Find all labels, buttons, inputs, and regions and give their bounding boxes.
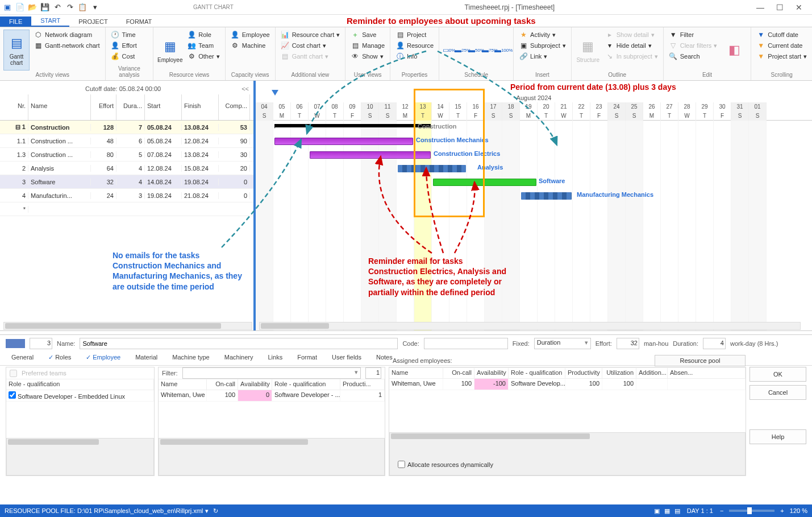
- collapse-button[interactable]: <<: [241, 85, 249, 92]
- gantt-bar[interactable]: [274, 138, 413, 145]
- search-button[interactable]: 🔍Search: [667, 51, 719, 61]
- cancel-button[interactable]: Cancel: [749, 385, 806, 400]
- eraser-button[interactable]: ◧: [721, 30, 747, 71]
- time-button[interactable]: 🕐Time: [109, 30, 139, 40]
- cost-button[interactable]: 💰Cost: [109, 51, 139, 61]
- gantt-hscroll[interactable]: [259, 322, 801, 330]
- resource-pool-button[interactable]: Resource pool: [655, 355, 746, 366]
- cap-employee-button[interactable]: 👤Employee: [229, 30, 272, 40]
- role-col[interactable]: Role - qualification: [6, 379, 154, 390]
- allocate-checkbox-row[interactable]: Allocate resources dynamically: [398, 461, 493, 468]
- dtab-links[interactable]: Links: [263, 352, 289, 365]
- close-button[interactable]: ✕: [790, 2, 807, 13]
- avail-hscroll[interactable]: [159, 438, 385, 475]
- col-effort[interactable]: Effort: [91, 94, 116, 120]
- insert-activity-button[interactable]: ★Activity ▾: [517, 30, 568, 40]
- pct-50-button[interactable]: ▬50%: [470, 30, 482, 71]
- col-name[interactable]: Name: [28, 94, 91, 120]
- dur-field[interactable]: 4: [703, 338, 726, 349]
- pct-0-button[interactable]: ▭0%: [443, 30, 455, 71]
- gantt-bar[interactable]: [274, 124, 431, 127]
- dtab-roles[interactable]: ✓Roles: [43, 352, 77, 365]
- task-hscroll[interactable]: [3, 322, 252, 330]
- gantt-bar[interactable]: [310, 151, 431, 159]
- task-id-field[interactable]: 3: [30, 338, 52, 349]
- available-row[interactable]: Whiteman, Uwe 100 0 Software Developer -…: [159, 390, 385, 402]
- task-code-input[interactable]: [424, 338, 508, 349]
- view2-icon[interactable]: ▦: [664, 507, 670, 515]
- minimize-button[interactable]: —: [752, 2, 769, 13]
- dtab-employee[interactable]: ✓Employee: [80, 352, 126, 365]
- assigned-row[interactable]: Whiteman, Uwe 100 -100 Software Develop.…: [389, 379, 746, 390]
- role-row[interactable]: Software Developer - Embedded Linux: [6, 390, 154, 402]
- current-date-button[interactable]: ▼Current date: [755, 40, 809, 51]
- assigned-hscroll[interactable]: [389, 432, 746, 475]
- task-row[interactable]: 4 Manufacturin... 24 3 19.08.24 21.08.24…: [0, 189, 253, 202]
- dropdown-icon[interactable]: ▾: [205, 507, 209, 515]
- role-button[interactable]: 👤Role: [185, 30, 222, 40]
- ok-button[interactable]: OK: [749, 367, 806, 382]
- tab-file[interactable]: FILE: [0, 16, 31, 27]
- task-row-empty[interactable]: *: [0, 202, 253, 216]
- pct-25-button[interactable]: ▬25%: [456, 30, 469, 71]
- pref-teams-checkbox[interactable]: [10, 370, 17, 377]
- in-subproject-button[interactable]: ↘In subproject ▾: [603, 51, 660, 61]
- task-name-input[interactable]: [80, 338, 398, 349]
- zoom-out-icon[interactable]: −: [720, 507, 723, 514]
- dtab-machine-type[interactable]: Machine type: [166, 352, 215, 365]
- cap-machine-button[interactable]: ⚙Machine: [229, 40, 272, 51]
- col-start[interactable]: Start: [145, 94, 182, 120]
- network-diagram-button[interactable]: ⬡Network diagram: [32, 30, 102, 40]
- gantt-bar[interactable]: [521, 192, 572, 200]
- gantt-network-button[interactable]: ▦Gantt-network chart: [32, 40, 102, 51]
- info-button[interactable]: ⓘInfo: [394, 51, 435, 61]
- tab-project[interactable]: PROJECT: [69, 16, 116, 27]
- col-dura[interactable]: Dura...: [116, 94, 145, 120]
- undo-icon[interactable]: ↶: [52, 2, 63, 13]
- insert-link-button[interactable]: 🔗Link ▾: [517, 51, 568, 61]
- col-finish[interactable]: Finish: [182, 94, 219, 120]
- gantt-bar[interactable]: [398, 165, 466, 172]
- filter-button[interactable]: ▼Filter: [667, 30, 719, 40]
- tab-format[interactable]: FORMAT: [117, 16, 161, 27]
- gantt-bar[interactable]: [433, 179, 536, 186]
- col-nr[interactable]: Nr.: [0, 94, 28, 120]
- task-color-chip[interactable]: [6, 339, 25, 348]
- dtab-format[interactable]: Format: [292, 352, 323, 365]
- task-row[interactable]: ⊟ 1 Construction 128 7 05.08.24 13.08.24…: [0, 121, 253, 134]
- new-icon[interactable]: 📄: [15, 2, 25, 13]
- dtab-material[interactable]: Material: [130, 352, 163, 365]
- open-icon[interactable]: 📂: [27, 2, 38, 13]
- dtab-user-fields[interactable]: User fields: [326, 352, 367, 365]
- roles-hscroll[interactable]: [6, 438, 154, 475]
- proj-props-button[interactable]: ▤Project: [394, 30, 435, 40]
- gantt-chart-button[interactable]: ▤ Gantt chart: [3, 30, 30, 71]
- manage-view-button[interactable]: ▤Manage: [349, 40, 386, 51]
- insert-subproject-button[interactable]: ▣Subproject ▾: [517, 40, 568, 51]
- team-button[interactable]: 👥Team: [185, 40, 222, 51]
- zoom-in-icon[interactable]: +: [780, 507, 784, 514]
- col-comp[interactable]: Comp...: [219, 94, 250, 120]
- dtab-general[interactable]: General: [6, 352, 39, 365]
- filter-select[interactable]: [182, 367, 361, 379]
- refresh-icon[interactable]: ↻: [213, 507, 218, 515]
- cutoff-date-button[interactable]: ▼Cutoff date: [755, 30, 809, 40]
- resource-chart-button[interactable]: 📊Resource chart ▾: [279, 30, 342, 40]
- project-start-button[interactable]: ▼Project start ▾: [755, 51, 809, 61]
- save-view-button[interactable]: ＋Save: [349, 30, 386, 40]
- effort-field[interactable]: 32: [617, 338, 639, 349]
- task-row[interactable]: 3 Software 32 4 14.08.24 19.08.24 0: [0, 175, 253, 189]
- fixed-select[interactable]: Duration: [534, 338, 591, 349]
- pct-100-button[interactable]: ▬100%: [497, 30, 510, 71]
- qat-more-icon[interactable]: ▾: [90, 2, 100, 13]
- paste-icon[interactable]: 📋: [77, 2, 88, 13]
- cost-chart-button[interactable]: 📈Cost chart ▾: [279, 40, 342, 51]
- zoom-slider[interactable]: [729, 510, 774, 512]
- allocate-checkbox[interactable]: [398, 461, 405, 468]
- view3-icon[interactable]: ▤: [674, 507, 680, 515]
- help-button[interactable]: Help: [749, 429, 806, 444]
- other-button[interactable]: ⚙Other ▾: [185, 51, 222, 61]
- redo-icon[interactable]: ↷: [65, 2, 75, 13]
- dtab-machinery[interactable]: Machinery: [219, 352, 259, 365]
- show-view-button[interactable]: 👁Show ▾: [349, 51, 386, 61]
